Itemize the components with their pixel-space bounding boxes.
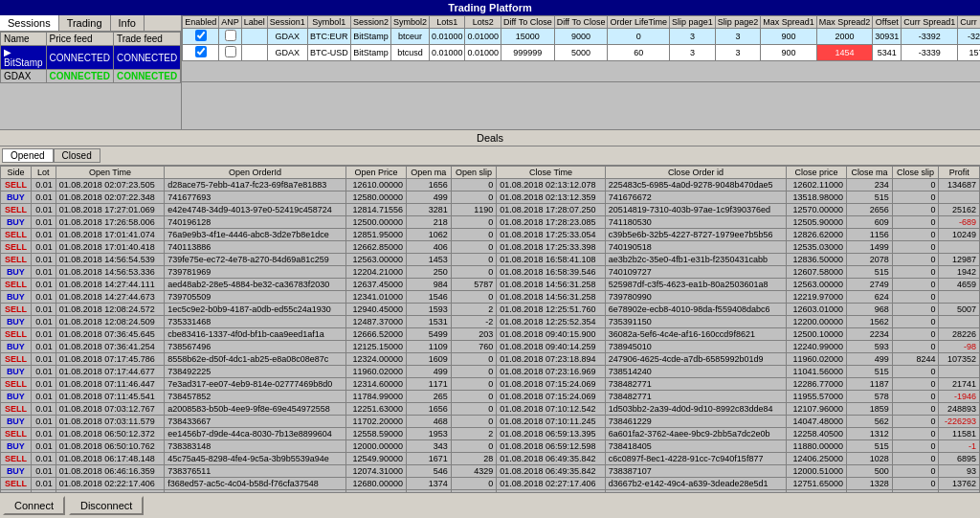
tab-sessions[interactable]: Sessions [0, 15, 59, 31]
deal-close-time: 01.08.2018 07:10:12.542 [497, 403, 605, 416]
main-container: Trading Platform Sessions Trading Info N… [0, 0, 980, 518]
deal-open-order-id: 8558b62e-d50f-4dc1-ab25-e8a08c08e87c [165, 353, 346, 366]
connect-button[interactable]: Connect [3, 496, 65, 515]
deal-close-ma: 578 [847, 391, 893, 403]
deal-open-price: 12610.00000 [345, 179, 406, 191]
deal-open-price: 11702.20000 [345, 416, 406, 428]
deal-profit: 134687 [939, 179, 980, 191]
deal-side: BUY [1, 440, 32, 453]
deal-open-ma: 1171 [407, 378, 452, 391]
deal-side: BUY [1, 391, 32, 403]
deal-close-slip: 0 [892, 316, 939, 328]
deal-close-ma: 2078 [847, 254, 893, 266]
config-col-header: Diff To Close [501, 16, 555, 29]
deals-row: SELL 0.01 01.08.2018 02:22:17.406 f368ed… [1, 478, 980, 490]
deal-open-price: 12814.71556 [345, 204, 406, 216]
deal-open-order-id: aed48ab2-28e5-4884-be32-ca36783f2030 [165, 279, 346, 291]
deals-col-header: Open ma [407, 167, 452, 179]
config-anp[interactable] [219, 29, 242, 45]
tab-info[interactable]: Info [111, 15, 145, 31]
deal-close-slip: 0 [892, 378, 939, 391]
deals-tabs: Opened Closed [0, 146, 980, 166]
deal-close-slip: 0 [892, 291, 939, 304]
deals-row: SELL 0.01 01.08.2018 02:07:23.505 d28ace… [1, 179, 980, 191]
deal-open-price: 12637.45000 [345, 279, 406, 291]
config-col-header: Max Spread1 [761, 16, 817, 29]
deals-row: BUY 0.01 01.08.2018 17:26:58.006 7401961… [1, 216, 980, 229]
deal-open-ma: 1062 [407, 229, 452, 241]
deal-open-slip: 0 [451, 191, 497, 204]
deal-open-ma: 984 [407, 279, 452, 291]
deal-close-ma: 968 [847, 304, 893, 316]
deal-close-time: 01.08.2018 17:28:07.250 [497, 204, 605, 216]
config-lots1: 0.01000 [429, 29, 465, 45]
deal-open-time: 01.08.2018 07:03:11.579 [56, 416, 164, 428]
config-enabled[interactable] [183, 29, 219, 45]
session-row[interactable]: GDAX CONNECTED CONNECTED [1, 70, 181, 83]
deal-open-time: 01.08.2018 12:08:24.572 [56, 304, 164, 316]
deal-side: SELL [1, 279, 32, 291]
deal-open-order-id: d28ace75-7ebb-41a7-fc23-69f8a7e81883 [165, 179, 346, 191]
deals-title: Deals [0, 130, 980, 146]
config-col-header: Order LifeTime [608, 16, 670, 29]
deal-close-order-id: 740109727 [605, 266, 786, 279]
deal-open-time: 01.08.2018 14:56:53.336 [56, 266, 164, 279]
deal-close-slip: 0 [892, 403, 939, 416]
deals-table-container[interactable]: SideLotOpen TimeOpen OrderIdOpen PriceOp… [0, 166, 980, 492]
deal-open-price: 12251.63000 [345, 403, 406, 416]
deal-close-ma: 624 [847, 291, 893, 304]
deal-close-price: 12107.96000 [787, 403, 847, 416]
config-label [241, 45, 267, 61]
deal-open-order-id: 738383148 [165, 440, 346, 453]
deal-open-ma: 499 [407, 191, 452, 204]
deal-open-slip: 1190 [451, 204, 497, 216]
deals-row: SELL 0.01 01.08.2018 07:17:45.786 8558b6… [1, 353, 980, 366]
deal-close-order-id: 6e78902e-ecb8-4010-98da-f559408dabc6 [605, 304, 786, 316]
deals-row: SELL 0.01 01.08.2018 17:01:41.074 76a9e9… [1, 229, 980, 241]
deal-lot: 0.01 [31, 328, 56, 341]
deal-profit [939, 291, 980, 304]
deal-lot: 0.01 [31, 341, 56, 353]
deal-profit: -1946 [939, 391, 980, 403]
config-enabled[interactable] [183, 45, 219, 61]
deal-open-ma: 499 [407, 366, 452, 378]
session-name: GDAX [1, 70, 47, 83]
disconnect-button[interactable]: Disconnect [69, 496, 144, 515]
deal-lot: 0.01 [31, 353, 56, 366]
deals-table: SideLotOpen TimeOpen OrderIdOpen PriceOp… [0, 166, 980, 492]
deal-close-price: 12286.77000 [787, 378, 847, 391]
config-symbol1: BTC-USD [307, 45, 350, 61]
deal-profit: 107352 [939, 353, 980, 366]
deals-row: SELL 0.01 01.08.2018 07:03:12.767 a20085… [1, 403, 980, 416]
deal-open-ma: 1374 [407, 478, 452, 490]
deal-open-time: 01.08.2018 07:03:12.767 [56, 403, 164, 416]
config-col-header: Symbol1 [307, 16, 350, 29]
deal-close-ma: 1156 [847, 229, 893, 241]
deal-profit: 11581 [939, 428, 980, 440]
session-row[interactable]: ▶ BitStamp CONNECTED CONNECTED [1, 46, 181, 70]
deal-close-slip: 0 [892, 465, 939, 478]
tab-trading[interactable]: Trading [59, 15, 111, 31]
session-name: ▶ BitStamp [1, 46, 47, 70]
deal-lot: 0.01 [31, 304, 56, 316]
config-symbol1: BTC:EUR [307, 29, 350, 45]
deal-close-order-id: 741180530 [605, 216, 786, 229]
tab-opened[interactable]: Opened [2, 148, 54, 163]
config-lots1: 0.01000 [429, 45, 465, 61]
deal-open-slip: 0 [451, 229, 497, 241]
config-lots2: 0.01000 [465, 29, 501, 45]
deal-lot: 0.01 [31, 478, 56, 490]
deal-open-slip: 760 [451, 341, 497, 353]
config-col-header: Slip page2 [715, 16, 761, 29]
title-bar: Trading Platform [0, 0, 980, 15]
config-anp[interactable] [219, 45, 242, 61]
tab-closed[interactable]: Closed [54, 148, 100, 163]
config-col-header: Lots2 [465, 16, 501, 29]
deal-close-price: 12258.40500 [787, 428, 847, 440]
deal-side: BUY [1, 416, 32, 428]
deals-row: BUY 0.01 01.08.2018 07:17:44.677 7384922… [1, 366, 980, 378]
deal-profit: 6895 [939, 453, 980, 465]
deal-lot: 0.01 [31, 279, 56, 291]
deal-close-time: 01.08.2018 06:59:13.395 [497, 428, 605, 440]
deal-close-slip: 0 [892, 304, 939, 316]
